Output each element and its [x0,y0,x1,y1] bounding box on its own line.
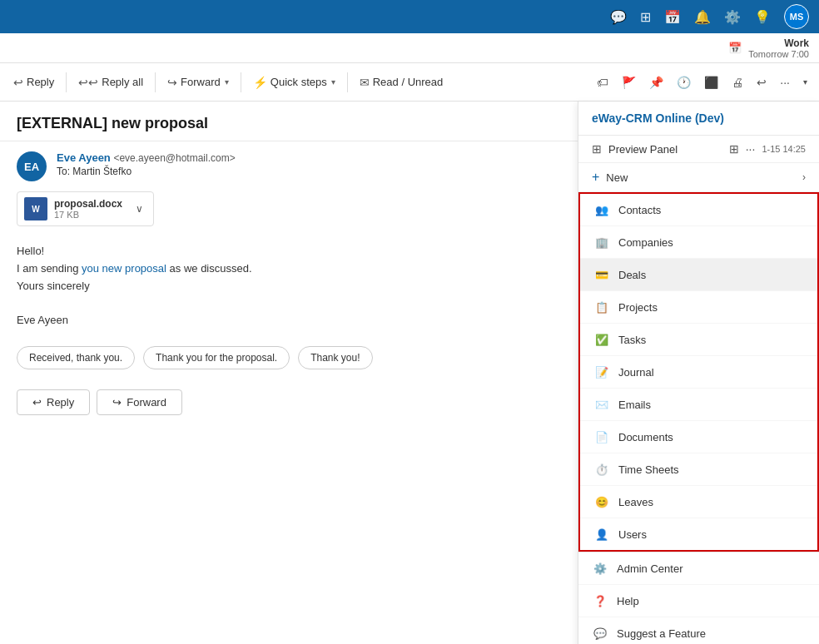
sender-email: <eve.ayeen@hotmail.com> [113,152,235,164]
leaves-icon: 😊 [593,493,610,510]
quick-reply-2[interactable]: Thank you for the proposal. [143,346,290,369]
contacts-icon: 👥 [593,201,610,218]
lightbulb-icon[interactable]: 💡 [754,9,771,25]
attachment-size: 17 KB [54,210,122,220]
preview-more-icon[interactable]: ··· [746,142,756,156]
more-button[interactable]: ··· [775,72,795,92]
reply-action-label: Reply [47,396,74,409]
grid-view-icon[interactable]: ⊞ [729,142,739,156]
read-unread-label: Read / Unread [373,76,444,88]
sender-avatar: EA [17,151,47,181]
to-name: Martin Štefko [72,166,132,177]
flag-button[interactable]: 🚩 [617,72,641,92]
deals-label: Deals [618,269,646,281]
timesheets-label: Time Sheets [618,463,679,476]
menu-item-tasks[interactable]: ✅ Tasks [580,324,817,356]
documents-label: Documents [618,431,673,443]
forward-action-icon: ↪ [112,396,122,409]
forward-caret: ▾ [225,77,229,87]
contacts-label: Contacts [618,204,661,216]
forward-action-button[interactable]: ↪ Forward [97,389,182,415]
eway-preview-row[interactable]: ⊞ Preview Panel ⊞ ··· 1-15 14:25 [578,136,819,163]
admin-label: Admin Center [617,562,682,575]
attachment-name: proposal.docx [54,198,122,210]
companies-icon: 🏢 [593,234,610,250]
quick-steps-label: Quick steps [271,76,327,88]
calendar-small-icon: 📅 [728,42,742,54]
admin-icon: ⚙️ [592,560,608,577]
chat-icon[interactable]: 💬 [610,9,627,25]
menu-item-help[interactable]: ❓ Help [578,585,819,617]
move-button[interactable]: ⬛ [699,72,723,92]
bell-icon[interactable]: 🔔 [694,9,711,25]
forward-icon: ↪ [167,76,177,89]
companies-label: Companies [618,236,673,249]
forward-button[interactable]: ↪ Forward ▾ [161,72,236,92]
menu-item-deals[interactable]: 💳 Deals [580,259,817,291]
work-bar: 📅 Work Tomorrow 7:00 [0,33,819,63]
projects-icon: 📋 [593,299,610,315]
deals-icon: 💳 [593,266,610,283]
settings-icon[interactable]: ⚙️ [724,9,741,25]
avatar[interactable]: MS [784,4,809,29]
new-plus-icon: + [592,170,599,185]
menu-item-documents[interactable]: 📄 Documents [580,421,817,453]
attachment-expand-icon[interactable]: ∨ [136,203,143,215]
help-label: Help [617,595,639,607]
divider-1 [66,72,67,92]
menu-item-leaves[interactable]: 😊 Leaves [580,486,817,518]
quick-steps-caret: ▾ [331,77,335,87]
menu-item-contacts[interactable]: 👥 Contacts [580,194,817,226]
quick-steps-button[interactable]: ⚡ Quick steps ▾ [246,72,342,92]
tasks-label: Tasks [618,334,646,346]
quick-reply-3[interactable]: Thank you! [298,346,372,369]
pin-button[interactable]: 📌 [644,72,668,92]
reply-button[interactable]: ↩ Reply [7,72,61,92]
leaves-label: Leaves [618,496,653,508]
eway-new-row[interactable]: + New › [578,163,819,192]
preview-panel-label: Preview Panel [608,143,722,156]
menu-item-projects[interactable]: 📋 Projects [580,291,817,324]
menu-item-timesheets[interactable]: ⏱️ Time Sheets [580,453,817,486]
quick-reply-1[interactable]: Received, thank you. [17,346,135,369]
toolbar-end: 🏷 🚩 📌 🕐 ⬛ 🖨 ↩ ··· ▾ [592,72,812,92]
body-text-after: as we discussed. [166,262,252,275]
work-subtitle: Tomorrow 7:00 [748,49,809,59]
collapse-toolbar-button[interactable]: ▾ [798,74,812,90]
menu-item-admin[interactable]: ⚙️ Admin Center [578,552,819,585]
suggest-icon: 💬 [592,625,608,642]
menu-item-journal[interactable]: 📝 Journal [580,356,817,389]
email-subject: [EXTERNAL] new proposal [17,115,208,132]
preview-panel-icon: ⊞ [592,142,602,156]
emails-icon: ✉️ [593,396,610,413]
toolbar: ↩ Reply ↩↩ Reply all ↪ Forward ▾ ⚡ Quick… [0,63,819,102]
new-chevron-icon: › [802,171,806,183]
eway-timestamp: 1-15 14:25 [762,144,806,154]
tag-button[interactable]: 🏷 [592,72,613,92]
journal-icon: 📝 [593,364,610,380]
read-unread-button[interactable]: ✉ Read / Unread [353,72,450,92]
menu-item-suggest[interactable]: 💬 Suggest a Feature [578,617,819,644]
reply-all-button[interactable]: ↩↩ Reply all [72,72,150,92]
eway-panel: eWay-CRM Online (Dev) ⊞ Preview Panel ⊞ … [578,102,819,644]
attachment[interactable]: W proposal.docx 17 KB ∨ [17,191,154,226]
reply-action-button[interactable]: ↩ Reply [17,389,90,415]
attachment-info: proposal.docx 17 KB [54,198,122,220]
tasks-icon: ✅ [593,331,610,348]
menu-item-emails[interactable]: ✉️ Emails [580,389,817,421]
grid-icon[interactable]: ⊞ [640,9,651,25]
reply-label: Reply [27,76,54,88]
suggest-label: Suggest a Feature [617,627,706,640]
print-button[interactable]: 🖨 [727,72,748,92]
menu-item-users[interactable]: 👤 Users [580,518,817,550]
divider-4 [347,72,348,92]
clock-button[interactable]: 🕐 [672,72,696,92]
forward-label: Forward [181,76,221,88]
reply-icon: ↩ [13,76,23,89]
undo-button[interactable]: ↩ [752,72,772,92]
projects-label: Projects [618,301,658,314]
calendar-icon[interactable]: 📅 [664,9,681,25]
work-label: Work Tomorrow 7:00 [748,37,809,59]
menu-item-companies[interactable]: 🏢 Companies [580,226,817,259]
main-area: [EXTERNAL] new proposal ∨ EA Eve Ayeen <… [0,102,819,644]
